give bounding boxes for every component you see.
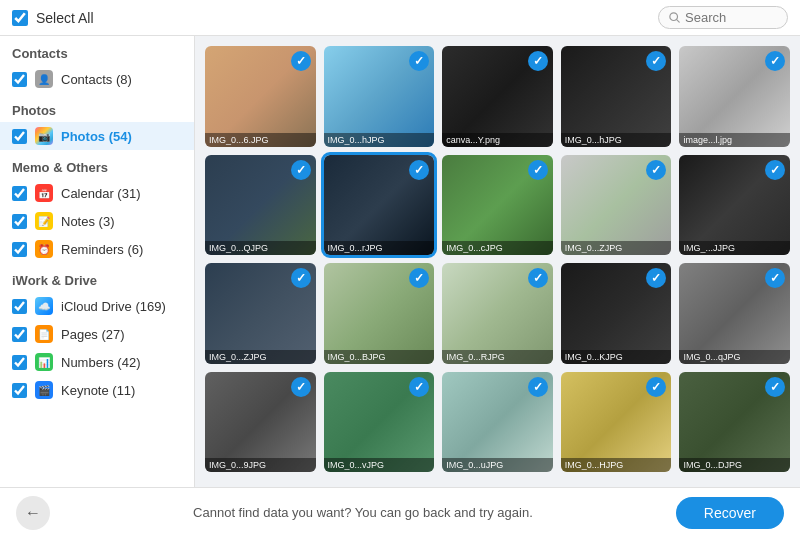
photo-filename: IMG_0...RJPG bbox=[442, 350, 553, 364]
photo-check-icon bbox=[646, 377, 666, 397]
photo-cell[interactable]: IMG_0...HJPG bbox=[561, 372, 672, 473]
photo-cell[interactable]: IMG_0...DJPG bbox=[679, 372, 790, 473]
photo-cell[interactable]: IMG_0...qJPG bbox=[679, 263, 790, 364]
notes-icon: 📝 bbox=[35, 212, 53, 230]
photo-cell[interactable]: IMG_0...rJPG bbox=[324, 155, 435, 256]
sidebar-label-contacts: Contacts (8) bbox=[61, 72, 132, 87]
photo-filename: IMG_0...KJPG bbox=[561, 350, 672, 364]
photo-filename: IMG_0...rJPG bbox=[324, 241, 435, 255]
photos-icon: 📷 bbox=[35, 127, 53, 145]
reminders-icon: ⏰ bbox=[35, 240, 53, 258]
photo-filename: IMG_0...hJPG bbox=[561, 133, 672, 147]
sidebar-checkbox-contacts[interactable] bbox=[12, 72, 27, 87]
photo-filename: IMG_0...ZJPG bbox=[561, 241, 672, 255]
photo-cell[interactable]: IMG_0...KJPG bbox=[561, 263, 672, 364]
sidebar-checkbox-keynote[interactable] bbox=[12, 383, 27, 398]
photo-cell[interactable]: IMG_0...cJPG bbox=[442, 155, 553, 256]
photo-check-icon bbox=[291, 268, 311, 288]
photo-cell[interactable]: IMG_0...RJPG bbox=[442, 263, 553, 364]
contacts-icon: 👤 bbox=[35, 70, 53, 88]
sidebar-checkbox-notes[interactable] bbox=[12, 214, 27, 229]
numbers-icon: 📊 bbox=[35, 353, 53, 371]
keynote-icon: 🎬 bbox=[35, 381, 53, 399]
header-title: Select All bbox=[36, 10, 94, 26]
sidebar-section-contacts: Contacts bbox=[0, 36, 194, 65]
photo-cell[interactable]: IMG_0...9JPG bbox=[205, 372, 316, 473]
photo-check-icon bbox=[291, 51, 311, 71]
sidebar: Contacts👤Contacts (8)Photos📷Photos (54)M… bbox=[0, 36, 195, 487]
sidebar-label-notes: Notes (3) bbox=[61, 214, 114, 229]
sidebar-label-keynote: Keynote (11) bbox=[61, 383, 135, 398]
sidebar-item-contacts[interactable]: 👤Contacts (8) bbox=[0, 65, 194, 93]
sidebar-checkbox-photos[interactable] bbox=[12, 129, 27, 144]
photo-cell[interactable]: canva...Y.png bbox=[442, 46, 553, 147]
search-input[interactable] bbox=[685, 10, 777, 25]
photo-check-icon bbox=[646, 268, 666, 288]
photo-filename: IMG_0...QJPG bbox=[205, 241, 316, 255]
sidebar-checkbox-icloud[interactable] bbox=[12, 299, 27, 314]
search-box[interactable] bbox=[658, 6, 788, 29]
footer: ← Cannot find data you want? You can go … bbox=[0, 487, 800, 537]
photo-filename: image...l.jpg bbox=[679, 133, 790, 147]
photo-check-icon bbox=[528, 51, 548, 71]
photo-cell[interactable]: IMG_0...vJPG bbox=[324, 372, 435, 473]
sidebar-item-numbers[interactable]: 📊Numbers (42) bbox=[0, 348, 194, 376]
sidebar-item-photos[interactable]: 📷Photos (54) bbox=[0, 122, 194, 150]
calendar-icon: 📅 bbox=[35, 184, 53, 202]
sidebar-section-iwork-&-drive: iWork & Drive bbox=[0, 263, 194, 292]
photo-check-icon bbox=[528, 160, 548, 180]
sidebar-section-memo-&-others: Memo & Others bbox=[0, 150, 194, 179]
sidebar-checkbox-reminders[interactable] bbox=[12, 242, 27, 257]
sidebar-item-calendar[interactable]: 📅Calendar (31) bbox=[0, 179, 194, 207]
photo-cell[interactable]: IMG_0...hJPG bbox=[561, 46, 672, 147]
photo-cell[interactable]: IMG_0...QJPG bbox=[205, 155, 316, 256]
photo-check-icon bbox=[765, 160, 785, 180]
photo-filename: IMG_0...HJPG bbox=[561, 458, 672, 472]
svg-line-1 bbox=[677, 20, 680, 23]
sidebar-item-keynote[interactable]: 🎬Keynote (11) bbox=[0, 376, 194, 404]
photo-check-icon bbox=[409, 377, 429, 397]
photo-filename: IMG_0...ZJPG bbox=[205, 350, 316, 364]
photo-cell[interactable]: image...l.jpg bbox=[679, 46, 790, 147]
sidebar-checkbox-numbers[interactable] bbox=[12, 355, 27, 370]
photo-cell[interactable]: IMG_...JJPG bbox=[679, 155, 790, 256]
search-icon bbox=[669, 11, 680, 24]
photo-cell[interactable]: IMG_0...ZJPG bbox=[205, 263, 316, 364]
back-icon: ← bbox=[25, 504, 41, 522]
photo-filename: IMG_0...hJPG bbox=[324, 133, 435, 147]
photo-check-icon bbox=[528, 268, 548, 288]
sidebar-checkbox-calendar[interactable] bbox=[12, 186, 27, 201]
photo-filename: IMG_0...BJPG bbox=[324, 350, 435, 364]
sidebar-item-reminders[interactable]: ⏰Reminders (6) bbox=[0, 235, 194, 263]
photo-cell[interactable]: IMG_0...ZJPG bbox=[561, 155, 672, 256]
photo-check-icon bbox=[409, 268, 429, 288]
sidebar-label-photos: Photos (54) bbox=[61, 129, 132, 144]
sidebar-item-icloud[interactable]: ☁️iCloud Drive (169) bbox=[0, 292, 194, 320]
photo-filename: IMG_0...qJPG bbox=[679, 350, 790, 364]
photo-cell[interactable]: IMG_0...uJPG bbox=[442, 372, 553, 473]
photo-filename: IMG_0...vJPG bbox=[324, 458, 435, 472]
sidebar-checkbox-pages[interactable] bbox=[12, 327, 27, 342]
header-left: Select All bbox=[12, 10, 94, 26]
photo-check-icon bbox=[528, 377, 548, 397]
back-button[interactable]: ← bbox=[16, 496, 50, 530]
icloud-icon: ☁️ bbox=[35, 297, 53, 315]
photo-cell[interactable]: IMG_0...BJPG bbox=[324, 263, 435, 364]
photo-filename: IMG_0...6.JPG bbox=[205, 133, 316, 147]
photo-check-icon bbox=[765, 51, 785, 71]
photo-grid-container: IMG_0...6.JPGIMG_0...hJPGcanva...Y.pngIM… bbox=[195, 36, 800, 487]
photo-cell[interactable]: IMG_0...hJPG bbox=[324, 46, 435, 147]
photo-check-icon bbox=[765, 377, 785, 397]
photo-cell[interactable]: IMG_0...6.JPG bbox=[205, 46, 316, 147]
footer-message: Cannot find data you want? You can go ba… bbox=[193, 505, 533, 520]
sidebar-item-notes[interactable]: 📝Notes (3) bbox=[0, 207, 194, 235]
sidebar-item-pages[interactable]: 📄Pages (27) bbox=[0, 320, 194, 348]
recover-button[interactable]: Recover bbox=[676, 497, 784, 529]
main-layout: Contacts👤Contacts (8)Photos📷Photos (54)M… bbox=[0, 36, 800, 487]
pages-icon: 📄 bbox=[35, 325, 53, 343]
sidebar-label-numbers: Numbers (42) bbox=[61, 355, 140, 370]
photo-check-icon bbox=[409, 160, 429, 180]
sidebar-label-icloud: iCloud Drive (169) bbox=[61, 299, 166, 314]
sidebar-label-pages: Pages (27) bbox=[61, 327, 125, 342]
select-all-checkbox[interactable] bbox=[12, 10, 28, 26]
